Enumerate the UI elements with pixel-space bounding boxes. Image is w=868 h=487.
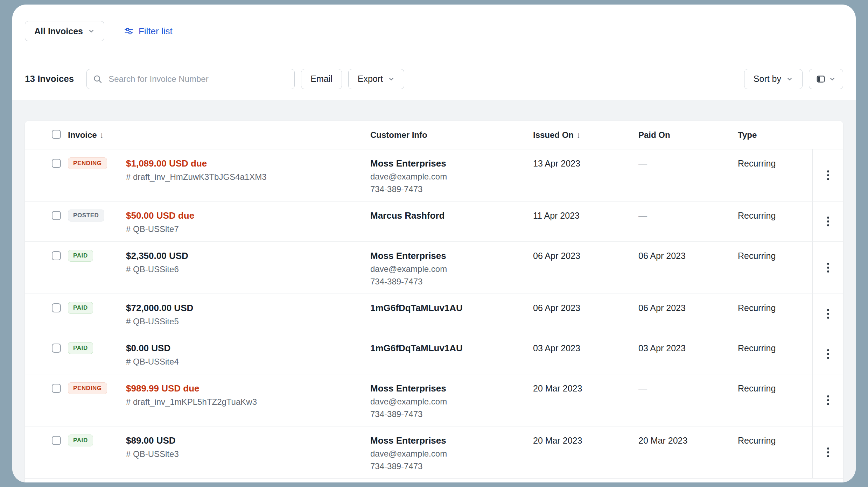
invoice-table-body: PENDING $1,089.00 USD due # draft_inv_Hm… — [25, 149, 843, 479]
invoice-amount[interactable]: $989.99 USD due — [126, 381, 257, 395]
column-header-paid-on[interactable]: Paid On — [638, 130, 670, 140]
invoice-type: Recurring — [738, 211, 776, 220]
sort-desc-icon: ↓ — [100, 130, 104, 140]
customer-name: Marcus Rashford — [370, 209, 533, 223]
invoice-amount[interactable]: $72,000.00 USD — [126, 301, 193, 315]
issued-on-value: 06 Apr 2023 — [533, 303, 580, 313]
status-badge: POSTED — [68, 210, 104, 221]
table-row[interactable]: POSTED $50.00 USD due # QB-USSite7 Marcu… — [25, 202, 843, 242]
customer-phone: 734-389-7473 — [370, 460, 533, 473]
customer-email: dave@example.com — [370, 447, 533, 460]
table-row[interactable]: PENDING $989.99 USD due # draft_inv_1mKP… — [25, 374, 843, 426]
invoice-amount[interactable]: $0.00 USD — [126, 341, 179, 355]
chevron-down-icon — [388, 76, 395, 83]
export-button[interactable]: Export — [348, 69, 404, 89]
invoice-amount[interactable]: $2,350.00 USD — [126, 249, 188, 263]
row-actions-kebab-icon[interactable] — [822, 304, 834, 324]
invoice-count: 13 Invoices — [25, 73, 74, 84]
status-badge: PENDING — [68, 157, 107, 169]
invoice-type: Recurring — [738, 383, 776, 393]
row-actions-kebab-icon[interactable] — [822, 212, 834, 231]
status-badge: PENDING — [68, 382, 107, 394]
search-box — [86, 69, 295, 89]
column-header-invoice[interactable]: Invoice ↓ — [68, 130, 104, 140]
top-toolbar: All Invoices Filter list — [12, 5, 856, 58]
paid-on-value: 03 Apr 2023 — [638, 343, 686, 353]
row-checkbox[interactable] — [52, 436, 61, 445]
row-checkbox[interactable] — [52, 251, 61, 260]
table-row[interactable]: PAID $2,350.00 USD # QB-USSite6 Moss Ent… — [25, 242, 843, 294]
invoice-table-header: Invoice ↓ Customer Info Issued On ↓ Paid… — [25, 121, 843, 149]
customer-name: Moss Enterprises — [370, 381, 533, 395]
customer-name: Moss Enterprises — [370, 156, 533, 170]
invoice-type: Recurring — [738, 343, 776, 353]
customer-name: 1mG6fDqTaMLuv1AU — [370, 301, 533, 315]
email-button[interactable]: Email — [301, 69, 342, 89]
invoice-amount[interactable]: $1,089.00 USD due — [126, 156, 267, 170]
table-row[interactable]: PAID $89.00 USD # QB-USSite3 Moss Enterp… — [25, 426, 843, 479]
row-actions-kebab-icon[interactable] — [822, 165, 834, 185]
customer-name: 1mG6fDqTaMLuv1AU — [370, 341, 533, 355]
row-actions-kebab-icon[interactable] — [822, 258, 834, 277]
customer-name: Moss Enterprises — [370, 433, 533, 447]
table-row[interactable]: PAID $0.00 USD # QB-USSite4 1mG6fDqTaMLu… — [25, 334, 843, 374]
invoice-amount[interactable]: $50.00 USD due — [126, 209, 194, 223]
issued-on-value: 06 Apr 2023 — [533, 251, 580, 261]
sort-desc-icon: ↓ — [576, 130, 581, 140]
table-row[interactable]: PENDING $1,089.00 USD due # draft_inv_Hm… — [25, 149, 843, 202]
customer-email: dave@example.com — [370, 395, 533, 408]
column-settings-button[interactable] — [809, 69, 843, 89]
status-badge: PAID — [68, 435, 93, 446]
table-row[interactable]: PAID $72,000.00 USD # QB-USSite5 1mG6fDq… — [25, 294, 843, 334]
issued-on-value: 13 Apr 2023 — [533, 158, 580, 168]
row-checkbox[interactable] — [52, 303, 61, 312]
filter-list-button[interactable]: Filter list — [124, 26, 173, 37]
row-checkbox[interactable] — [52, 159, 61, 168]
column-header-issued-on[interactable]: Issued On ↓ — [533, 130, 581, 140]
list-toolbar: 13 Invoices Email Export Sort by — [12, 58, 856, 100]
status-badge: PAID — [68, 302, 93, 314]
customer-phone: 734-389-7473 — [370, 275, 533, 288]
invoice-number: # QB-USSite3 — [126, 447, 179, 461]
view-selector-dropdown[interactable]: All Invoices — [25, 21, 104, 41]
invoice-table: Invoice ↓ Customer Info Issued On ↓ Paid… — [25, 121, 843, 482]
select-all-checkbox[interactable] — [52, 130, 61, 139]
row-actions-kebab-icon[interactable] — [822, 344, 834, 364]
paid-on-value: — — [638, 158, 647, 168]
search-input[interactable] — [86, 69, 295, 89]
sort-by-button[interactable]: Sort by — [744, 69, 803, 89]
row-checkbox[interactable] — [52, 344, 61, 353]
filter-icon — [124, 26, 134, 36]
chevron-down-icon — [829, 76, 836, 83]
app-frame: All Invoices Filter list 13 Invoices — [0, 0, 868, 487]
columns-layout-icon — [816, 75, 825, 84]
invoice-amount[interactable]: $89.00 USD — [126, 433, 179, 447]
row-checkbox[interactable] — [52, 384, 61, 393]
chevron-down-icon — [786, 76, 793, 83]
invoice-number: # QB-USSite4 — [126, 355, 179, 368]
customer-phone: 734-389-7473 — [370, 183, 533, 196]
customer-email: dave@example.com — [370, 170, 533, 183]
issued-on-value: 20 Mar 2023 — [533, 383, 582, 393]
invoice-number: # draft_inv_HmZuwK3TbJGS4a1XM3 — [126, 170, 267, 184]
column-header-type[interactable]: Type — [738, 130, 757, 140]
issued-on-value: 03 Apr 2023 — [533, 343, 580, 353]
paid-on-value: 20 Mar 2023 — [638, 436, 687, 445]
row-actions-kebab-icon[interactable] — [822, 390, 834, 410]
content-area: Invoice ↓ Customer Info Issued On ↓ Paid… — [12, 100, 856, 482]
view-selector-label: All Invoices — [34, 26, 83, 36]
issued-on-value: 20 Mar 2023 — [533, 436, 582, 445]
row-checkbox[interactable] — [52, 211, 61, 220]
invoices-page-card: All Invoices Filter list 13 Invoices — [12, 5, 856, 482]
column-header-customer[interactable]: Customer Info — [370, 130, 427, 140]
invoice-number: # draft_inv_1mKPL5hTZ2gTuaKw3 — [126, 395, 257, 409]
paid-on-value: 06 Apr 2023 — [638, 251, 686, 261]
customer-phone: 734-389-7473 — [370, 408, 533, 421]
row-actions-kebab-icon[interactable] — [822, 443, 834, 462]
invoice-type: Recurring — [738, 436, 776, 445]
invoice-type: Recurring — [738, 251, 776, 261]
paid-on-value: — — [638, 383, 647, 393]
status-badge: PAID — [68, 250, 93, 262]
customer-name: Moss Enterprises — [370, 249, 533, 263]
invoice-number: # QB-USSite6 — [126, 263, 188, 276]
